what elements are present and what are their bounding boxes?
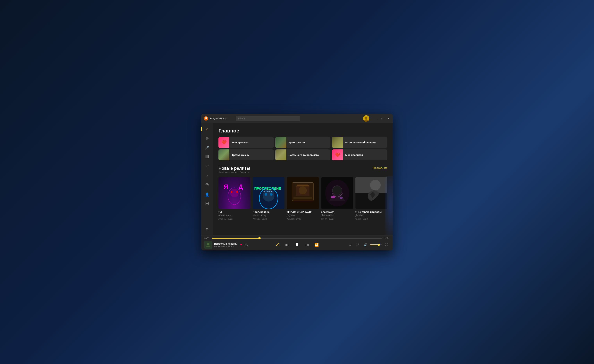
svg-text:алена швец.: алена швец. [262, 190, 276, 193]
release-artist-yad: алена швец. [218, 214, 250, 216]
sidebar-item-mic[interactable]: 🎤 [203, 143, 211, 152]
user-avatar[interactable] [363, 115, 369, 122]
minimize-button[interactable]: — [374, 117, 378, 120]
music-note-icon: ♪ [206, 174, 208, 178]
home-icon: ⌂ [206, 127, 208, 131]
release-card-yad[interactable]: Я Д ЯД алена швец. Альбом [218, 177, 250, 220]
close-button[interactable]: ✕ [386, 117, 390, 120]
showdown-art [321, 177, 353, 209]
release-card-pridu[interactable]: ПРИДУ. СЯДУ. БУДУ saypink! Альбом 2022 [287, 177, 319, 220]
progress-thumb [258, 237, 261, 239]
svg-rect-7 [208, 155, 209, 158]
release-card-prot[interactable]: ПРОТИВОЯДИЕ алена швец. Противоядие ален… [253, 177, 284, 220]
total-time: -2:01 [384, 237, 390, 239]
sidebar-item-radio[interactable]: ◎ [203, 134, 211, 143]
quick-item-liked2[interactable]: ❤️ Мне нравится [332, 150, 387, 160]
svg-point-18 [231, 191, 233, 193]
quick-item-chast1[interactable]: Часть чего-то большего [332, 137, 387, 148]
shuffle-button[interactable] [274, 242, 281, 248]
volume-button[interactable]: 🔊 [362, 242, 369, 248]
quick-thumb-liked1: ❤️ [218, 137, 230, 148]
quick-thumb-liked2: ❤️ [332, 150, 343, 160]
share-button[interactable] [354, 242, 361, 248]
releases-title-block: Новые релизы Альбомы, синглы, сборники [218, 166, 250, 176]
repeat-button[interactable]: 🔁 [313, 242, 320, 248]
sidebar-item-collections[interactable] [203, 200, 211, 208]
release-year: 2022 [329, 218, 333, 220]
prev-button[interactable]: ⏮ [284, 242, 290, 248]
release-type: Сингл [355, 218, 361, 220]
heart-icon: ♡ [206, 164, 209, 169]
release-type: Альбом [218, 218, 226, 220]
sidebar-item-library[interactable] [203, 153, 211, 161]
player-controls: Взрослые травмы Валентин Стрыкало ♥ Аь ⏮… [204, 239, 390, 250]
artist-icon: 👤 [205, 192, 209, 197]
mic-icon: 🎤 [205, 145, 209, 150]
titlebar: Я Яндекс.Музыка — □ ✕ [201, 114, 393, 123]
svg-text:Д: Д [239, 183, 243, 190]
settings-button[interactable]: ⚙ [203, 225, 211, 234]
volume-bar[interactable] [370, 244, 382, 245]
release-year: 2022 [228, 218, 232, 220]
release-type: Альбом [253, 218, 260, 220]
quick-label: Мне нравится [345, 154, 387, 156]
quick-item-liked1[interactable]: ❤️ Мне нравится [218, 137, 274, 148]
quick-thumb-chast1 [332, 137, 343, 148]
search-input[interactable] [236, 116, 300, 121]
quick-item-tretya1[interactable]: Третья жизнь [275, 137, 331, 148]
content-area: Главное ❤️ Мне нравится Третья жизнь [213, 123, 393, 235]
svg-rect-43 [206, 246, 210, 247]
sidebar-item-artists[interactable]: 👤 [203, 190, 211, 199]
release-name-pridu: ПРИДУ. СЯДУ. БУДУ [287, 210, 319, 213]
sidebar-item-podcast[interactable] [203, 181, 211, 189]
queue-button[interactable]: ☰ [347, 242, 353, 248]
svg-point-19 [236, 191, 238, 193]
track-artist: Валентин Стрыкало [214, 245, 237, 247]
releases-header: Новые релизы Альбомы, синглы, сборники П… [218, 166, 387, 176]
svg-rect-13 [207, 203, 209, 205]
release-year: 2022 [363, 218, 368, 220]
play-pause-button[interactable]: ⏸ [293, 241, 301, 249]
release-cover-showdown [321, 177, 353, 209]
svg-point-17 [230, 189, 239, 197]
releases-subtitle: Альбомы, синглы, сборники [218, 171, 250, 174]
release-name-showdown: showdown [321, 210, 353, 213]
svg-point-3 [365, 117, 367, 119]
release-cover-prot: ПРОТИВОЯДИЕ алена швец. [253, 177, 284, 209]
release-cover-jizus [355, 177, 387, 209]
svg-rect-10 [206, 202, 207, 203]
sidebar-item-music[interactable]: ♪ [203, 171, 211, 180]
podcast-icon [205, 183, 209, 188]
volume-fill [370, 244, 379, 245]
prot-art: ПРОТИВОЯДИЕ алена швец. [253, 177, 284, 209]
release-artist-showdown: shadowraze [321, 214, 353, 216]
progress-bar[interactable] [212, 238, 382, 239]
maximize-button[interactable]: □ [380, 117, 384, 120]
release-year: 2022 [262, 218, 267, 220]
svg-point-30 [299, 187, 307, 195]
lyrics-button[interactable]: Аь [245, 243, 248, 246]
show-all-link[interactable]: Показать все [373, 167, 387, 169]
quick-item-tretya2[interactable]: Третья жизнь [218, 150, 274, 160]
library-icon [205, 155, 209, 160]
main-area: ⌂ ◎ 🎤 ♡ ♪ [201, 123, 393, 235]
page-title: Главное [218, 128, 387, 134]
progress-row: 0:47 -2:01 [204, 235, 390, 239]
svg-point-41 [207, 243, 209, 245]
next-button[interactable]: ⏭ [304, 242, 310, 248]
svg-rect-11 [207, 202, 209, 203]
yad-art: Я Д [218, 177, 250, 209]
quick-item-chast2[interactable]: Часть чего-то большего [275, 150, 331, 160]
quick-thumb-tretya1 [275, 137, 286, 148]
release-card-showdown[interactable]: showdown shadowraze Сингл 2022 [321, 177, 353, 220]
track-text: Взрослые травмы Валентин Стрыкало [214, 242, 237, 247]
svg-point-24 [264, 193, 267, 196]
sidebar-item-home[interactable]: ⌂ [203, 125, 211, 133]
like-button[interactable]: ♥ [240, 243, 242, 247]
liked2-cover: ❤️ [332, 150, 343, 160]
sidebar-item-liked[interactable]: ♡ [203, 162, 211, 171]
liked-cover: ❤️ [218, 137, 230, 148]
fullscreen-button[interactable]: ⛶ [383, 242, 390, 248]
release-meta-showdown: Сингл 2022 [321, 218, 353, 220]
release-card-jizus[interactable]: Я не теряю надежды Джизус Сингл 2022 [355, 177, 387, 220]
